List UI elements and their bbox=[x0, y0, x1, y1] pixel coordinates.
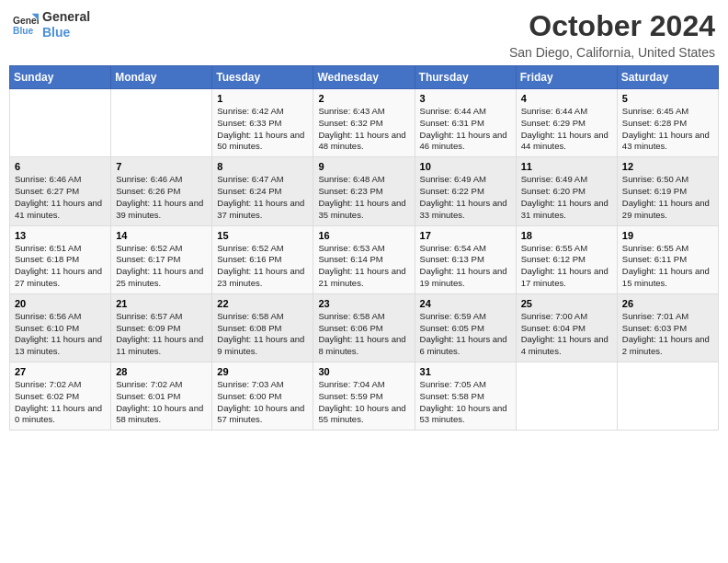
day-number: 11 bbox=[521, 161, 612, 172]
day-number: 5 bbox=[622, 93, 713, 104]
calendar-week-row: 1Sunrise: 6:42 AM Sunset: 6:33 PM Daylig… bbox=[10, 89, 719, 157]
calendar-cell: 30Sunrise: 7:04 AM Sunset: 5:59 PM Dayli… bbox=[313, 362, 415, 431]
day-number: 26 bbox=[622, 298, 713, 309]
calendar-cell: 2Sunrise: 6:43 AM Sunset: 6:32 PM Daylig… bbox=[313, 89, 415, 157]
day-number: 2 bbox=[318, 93, 409, 104]
day-detail: Sunrise: 6:51 AM Sunset: 6:18 PM Dayligh… bbox=[15, 243, 106, 290]
day-detail: Sunrise: 6:46 AM Sunset: 6:26 PM Dayligh… bbox=[116, 174, 207, 221]
day-detail: Sunrise: 6:44 AM Sunset: 6:31 PM Dayligh… bbox=[420, 106, 511, 153]
day-detail: Sunrise: 6:43 AM Sunset: 6:32 PM Dayligh… bbox=[318, 106, 409, 153]
day-number: 3 bbox=[420, 93, 511, 104]
day-detail: Sunrise: 6:44 AM Sunset: 6:29 PM Dayligh… bbox=[521, 106, 612, 153]
day-detail: Sunrise: 6:46 AM Sunset: 6:27 PM Dayligh… bbox=[15, 174, 106, 221]
svg-text:General: General bbox=[13, 16, 39, 26]
day-detail: Sunrise: 6:53 AM Sunset: 6:14 PM Dayligh… bbox=[318, 243, 409, 290]
day-number: 16 bbox=[318, 230, 409, 241]
calendar-cell: 20Sunrise: 6:56 AM Sunset: 6:10 PM Dayli… bbox=[10, 293, 111, 362]
calendar-week-row: 6Sunrise: 6:46 AM Sunset: 6:27 PM Daylig… bbox=[10, 157, 719, 225]
day-detail: Sunrise: 7:03 AM Sunset: 6:00 PM Dayligh… bbox=[217, 379, 308, 426]
calendar-cell: 10Sunrise: 6:49 AM Sunset: 6:22 PM Dayli… bbox=[415, 157, 516, 225]
calendar-cell bbox=[10, 89, 111, 157]
calendar-cell: 31Sunrise: 7:05 AM Sunset: 5:58 PM Dayli… bbox=[415, 362, 516, 431]
calendar-cell bbox=[617, 362, 718, 431]
day-number: 23 bbox=[318, 298, 409, 309]
day-detail: Sunrise: 6:49 AM Sunset: 6:20 PM Dayligh… bbox=[521, 174, 612, 221]
calendar-cell bbox=[516, 362, 617, 431]
calendar-cell: 3Sunrise: 6:44 AM Sunset: 6:31 PM Daylig… bbox=[415, 89, 516, 157]
calendar-header: SundayMondayTuesdayWednesdayThursdayFrid… bbox=[10, 66, 719, 89]
day-number: 29 bbox=[217, 366, 308, 377]
day-detail: Sunrise: 6:55 AM Sunset: 6:11 PM Dayligh… bbox=[622, 243, 713, 290]
day-detail: Sunrise: 6:55 AM Sunset: 6:12 PM Dayligh… bbox=[521, 243, 612, 290]
calendar-cell: 26Sunrise: 7:01 AM Sunset: 6:03 PM Dayli… bbox=[617, 293, 718, 362]
page-header: General Blue General Blue October 2024 S… bbox=[9, 9, 719, 60]
day-number: 21 bbox=[116, 298, 207, 309]
day-number: 14 bbox=[116, 230, 207, 241]
day-of-week-header: Friday bbox=[516, 66, 617, 89]
day-detail: Sunrise: 6:52 AM Sunset: 6:17 PM Dayligh… bbox=[116, 243, 207, 290]
day-detail: Sunrise: 7:00 AM Sunset: 6:04 PM Dayligh… bbox=[521, 311, 612, 358]
day-detail: Sunrise: 6:42 AM Sunset: 6:33 PM Dayligh… bbox=[217, 106, 308, 153]
calendar-cell: 8Sunrise: 6:47 AM Sunset: 6:24 PM Daylig… bbox=[212, 157, 313, 225]
location: San Diego, California, United States bbox=[509, 45, 715, 60]
calendar-body: 1Sunrise: 6:42 AM Sunset: 6:33 PM Daylig… bbox=[10, 89, 719, 431]
calendar-cell bbox=[111, 89, 212, 157]
calendar-cell: 15Sunrise: 6:52 AM Sunset: 6:16 PM Dayli… bbox=[212, 225, 313, 293]
calendar-cell: 6Sunrise: 6:46 AM Sunset: 6:27 PM Daylig… bbox=[10, 157, 111, 225]
day-detail: Sunrise: 7:05 AM Sunset: 5:58 PM Dayligh… bbox=[420, 379, 511, 426]
calendar-cell: 17Sunrise: 6:54 AM Sunset: 6:13 PM Dayli… bbox=[415, 225, 516, 293]
day-number: 13 bbox=[15, 230, 106, 241]
day-number: 6 bbox=[15, 161, 106, 172]
calendar-cell: 13Sunrise: 6:51 AM Sunset: 6:18 PM Dayli… bbox=[10, 225, 111, 293]
day-number: 10 bbox=[420, 161, 511, 172]
day-of-week-header: Saturday bbox=[617, 66, 718, 89]
calendar-cell: 11Sunrise: 6:49 AM Sunset: 6:20 PM Dayli… bbox=[516, 157, 617, 225]
logo: General Blue General Blue bbox=[13, 9, 90, 40]
svg-text:Blue: Blue bbox=[13, 26, 34, 36]
calendar-cell: 12Sunrise: 6:50 AM Sunset: 6:19 PM Dayli… bbox=[617, 157, 718, 225]
logo-icon: General Blue bbox=[13, 12, 39, 38]
day-number: 17 bbox=[420, 230, 511, 241]
day-number: 9 bbox=[318, 161, 409, 172]
day-number: 25 bbox=[521, 298, 612, 309]
day-detail: Sunrise: 6:47 AM Sunset: 6:24 PM Dayligh… bbox=[217, 174, 308, 221]
day-number: 30 bbox=[318, 366, 409, 377]
calendar-cell: 23Sunrise: 6:58 AM Sunset: 6:06 PM Dayli… bbox=[313, 293, 415, 362]
calendar-cell: 27Sunrise: 7:02 AM Sunset: 6:02 PM Dayli… bbox=[10, 362, 111, 431]
day-detail: Sunrise: 6:56 AM Sunset: 6:10 PM Dayligh… bbox=[15, 311, 106, 358]
calendar-cell: 28Sunrise: 7:02 AM Sunset: 6:01 PM Dayli… bbox=[111, 362, 212, 431]
day-detail: Sunrise: 7:01 AM Sunset: 6:03 PM Dayligh… bbox=[622, 311, 713, 358]
day-number: 15 bbox=[217, 230, 308, 241]
calendar-cell: 18Sunrise: 6:55 AM Sunset: 6:12 PM Dayli… bbox=[516, 225, 617, 293]
calendar-week-row: 27Sunrise: 7:02 AM Sunset: 6:02 PM Dayli… bbox=[10, 362, 719, 431]
day-detail: Sunrise: 7:02 AM Sunset: 6:02 PM Dayligh… bbox=[15, 379, 106, 426]
calendar-cell: 24Sunrise: 6:59 AM Sunset: 6:05 PM Dayli… bbox=[415, 293, 516, 362]
logo-text: General Blue bbox=[42, 9, 90, 40]
day-number: 20 bbox=[15, 298, 106, 309]
calendar-cell: 21Sunrise: 6:57 AM Sunset: 6:09 PM Dayli… bbox=[111, 293, 212, 362]
calendar-table: SundayMondayTuesdayWednesdayThursdayFrid… bbox=[9, 65, 719, 431]
day-detail: Sunrise: 6:52 AM Sunset: 6:16 PM Dayligh… bbox=[217, 243, 308, 290]
day-number: 24 bbox=[420, 298, 511, 309]
day-number: 1 bbox=[217, 93, 308, 104]
month-title: October 2024 bbox=[509, 9, 715, 43]
day-detail: Sunrise: 6:50 AM Sunset: 6:19 PM Dayligh… bbox=[622, 174, 713, 221]
day-number: 31 bbox=[420, 366, 511, 377]
days-of-week-row: SundayMondayTuesdayWednesdayThursdayFrid… bbox=[10, 66, 719, 89]
day-detail: Sunrise: 6:59 AM Sunset: 6:05 PM Dayligh… bbox=[420, 311, 511, 358]
calendar-cell: 16Sunrise: 6:53 AM Sunset: 6:14 PM Dayli… bbox=[313, 225, 415, 293]
day-detail: Sunrise: 6:49 AM Sunset: 6:22 PM Dayligh… bbox=[420, 174, 511, 221]
day-detail: Sunrise: 6:57 AM Sunset: 6:09 PM Dayligh… bbox=[116, 311, 207, 358]
day-number: 4 bbox=[521, 93, 612, 104]
day-of-week-header: Wednesday bbox=[313, 66, 415, 89]
day-of-week-header: Tuesday bbox=[212, 66, 313, 89]
day-number: 12 bbox=[622, 161, 713, 172]
day-number: 8 bbox=[217, 161, 308, 172]
calendar-cell: 22Sunrise: 6:58 AM Sunset: 6:08 PM Dayli… bbox=[212, 293, 313, 362]
calendar-cell: 5Sunrise: 6:45 AM Sunset: 6:28 PM Daylig… bbox=[617, 89, 718, 157]
calendar-cell: 9Sunrise: 6:48 AM Sunset: 6:23 PM Daylig… bbox=[313, 157, 415, 225]
day-number: 19 bbox=[622, 230, 713, 241]
day-number: 27 bbox=[15, 366, 106, 377]
day-detail: Sunrise: 7:02 AM Sunset: 6:01 PM Dayligh… bbox=[116, 379, 207, 426]
calendar-week-row: 20Sunrise: 6:56 AM Sunset: 6:10 PM Dayli… bbox=[10, 293, 719, 362]
